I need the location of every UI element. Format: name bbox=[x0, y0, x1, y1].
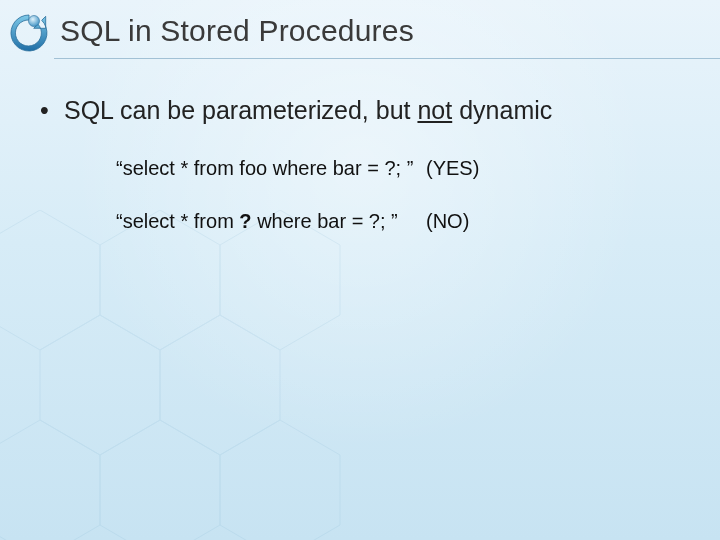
slide: SQL in Stored Procedures • SQL can be pa… bbox=[0, 0, 720, 540]
svg-marker-7 bbox=[220, 420, 340, 540]
example-row: “select * from foo where bar = ?; ” (YES… bbox=[116, 157, 680, 180]
bullet-lead: SQL can be parameterized, but bbox=[64, 96, 417, 124]
title-bar: SQL in Stored Procedures bbox=[0, 8, 720, 62]
bullet-text: SQL can be parameterized, but not dynami… bbox=[64, 96, 552, 125]
slide-body: • SQL can be parameterized, but not dyna… bbox=[40, 96, 680, 263]
svg-point-8 bbox=[29, 16, 40, 27]
example-code: “select * from foo where bar = ?; ” bbox=[116, 157, 426, 180]
slide-title: SQL in Stored Procedures bbox=[60, 14, 414, 48]
example-tag: (YES) bbox=[426, 157, 479, 180]
title-underline bbox=[54, 58, 720, 59]
example-code-bold: ? bbox=[239, 210, 251, 232]
example-tag: (NO) bbox=[426, 210, 469, 233]
example-code: “select * from ? where bar = ?; ” bbox=[116, 210, 426, 233]
refresh-ring-icon bbox=[6, 10, 52, 56]
bullet-line: • SQL can be parameterized, but not dyna… bbox=[40, 96, 680, 125]
bullet-dot: • bbox=[40, 96, 64, 125]
bullet-underlined: not bbox=[417, 96, 452, 124]
bullet-tail: dynamic bbox=[452, 96, 552, 124]
example-code-after: where bar = ?; ” bbox=[252, 210, 398, 232]
example-row: “select * from ? where bar = ?; ” (NO) bbox=[116, 210, 680, 233]
svg-marker-3 bbox=[40, 315, 160, 455]
svg-marker-6 bbox=[100, 420, 220, 540]
svg-marker-4 bbox=[160, 315, 280, 455]
svg-marker-5 bbox=[0, 420, 100, 540]
example-code-before: “select * from bbox=[116, 210, 239, 232]
examples: “select * from foo where bar = ?; ” (YES… bbox=[116, 157, 680, 233]
